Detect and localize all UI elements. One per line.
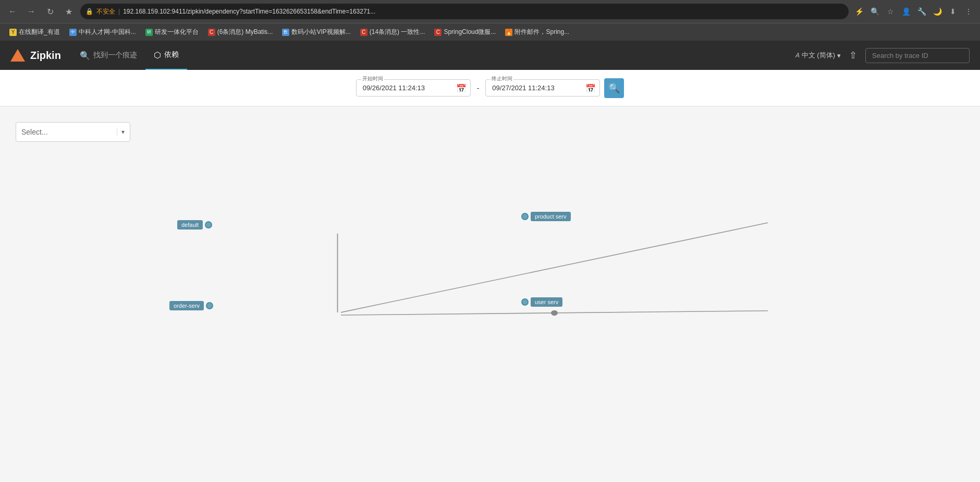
address-separator: | [118,8,120,15]
browser-actions: ⚡ 🔍 ☆ 👤 🔧 🌙 ⬇ ⋮ [853,5,975,18]
bookmark-shuma[interactable]: 数 数码小站VIP视频解... [278,26,354,39]
bookmark-label-consistency: (14条消息) 一致性... [370,28,425,37]
node-default: default [177,220,212,230]
start-calendar-icon[interactable]: 📅 [456,83,467,93]
search-button[interactable]: 🔍 [604,78,624,98]
bookmark-icon-yanfa: 研 [145,29,153,36]
nav-items: 🔍 找到一个痕迹 ⬡ 依赖 [71,41,795,70]
bookmark-label-shuma: 数码小站VIP视频解... [291,28,350,37]
node-product-serv: product serv [521,212,571,221]
profile-icon[interactable]: 👤 [900,5,912,18]
bookmarks-bar: Y 在线翻译_有道 中 中科人才网-中国科... 研 研发一体化平台 C (6条… [0,23,980,41]
bookmark-icon-springcloud: C [434,29,442,36]
security-icon: 🔒 [85,8,93,15]
graph-svg [16,158,964,418]
forward-button[interactable]: → [24,4,39,19]
app-header: Zipkin 🔍 找到一个痕迹 ⬡ 依赖 𝘈 中文 (简体) ▾ ⇧ [0,41,980,70]
address-text: 192.168.159.102:9411/zipkin/dependency?s… [123,8,843,15]
bookmark-label-spring-email: 附件邮件，Spring... [514,28,569,37]
download-icon[interactable]: ⬇ [947,5,959,18]
select-placeholder: Select... [21,128,113,136]
edge-midpoint-dot [551,310,558,316]
language-label: 中文 (简体) [802,51,835,60]
node-order-serv-label: order-serv [169,301,204,310]
bookmark-label-springcloud: SpringCloud微服... [444,28,496,37]
bookmark-label-youdao: 在线翻译_有道 [19,28,60,37]
translate-icon: 𝘈 [795,51,800,59]
node-order-serv-circle [206,302,213,309]
bookmark-label-yanfa: 研发一体化平台 [155,28,199,37]
bookmark-icon-spring-email: 🔥 [505,29,512,36]
search-icon[interactable]: 🔍 [868,5,881,18]
bookmark-mybatis[interactable]: C (6条消息) MyBatis... [204,26,277,39]
browser-toolbar: ← → ↻ ★ 🔒 不安全 | 192.168.159.102:9411/zip… [0,0,980,23]
star-icon[interactable]: ☆ [884,5,897,18]
end-calendar-icon[interactable]: 📅 [585,83,596,93]
nav-label-dependencies: 依赖 [164,50,179,59]
back-button[interactable]: ← [5,4,20,19]
node-order-serv: order-serv [169,301,213,310]
bookmark-consistency[interactable]: C (14条消息) 一致性... [356,26,430,39]
bookmark-yanfa[interactable]: 研 研发一体化平台 [141,26,203,39]
node-default-label: default [177,220,203,230]
logo-icon [10,49,25,62]
search-nav-icon: 🔍 [80,51,90,61]
language-selector[interactable]: 𝘈 中文 (简体) ▾ [795,51,841,60]
nav-item-dependencies[interactable]: ⬡ 依赖 [145,41,187,70]
lightning-icon[interactable]: ⚡ [853,5,865,18]
node-user-serv: user serv [521,297,562,307]
node-user-serv-circle [521,298,529,306]
end-time-label: 终止时间 [491,75,513,82]
bookmark-icon-zhongke: 中 [69,29,77,36]
dependency-graph: default order-serv product serv user ser… [16,158,964,418]
bookmark-icon-consistency: C [360,29,368,36]
bookmark-icon-shuma: 数 [282,29,289,36]
bookmark-label-mybatis: (6条消息) MyBatis... [217,28,273,37]
extension-icon[interactable]: 🔧 [915,5,928,18]
node-product-serv-circle [521,213,529,220]
bookmark-youdao[interactable]: Y 在线翻译_有道 [5,26,64,39]
bookmark-spring-email[interactable]: 🔥 附件邮件，Spring... [501,26,573,39]
lang-chevron-icon: ▾ [837,52,841,59]
start-time-label: 开始时间 [361,75,384,82]
reload-button[interactable]: ↻ [43,4,57,19]
end-time-group: 终止时间 📅 [485,79,600,97]
app-title: Zipkin [30,50,61,62]
select-chevron-icon: ▾ [117,128,125,136]
service-select[interactable]: Select... ▾ [16,122,130,142]
security-label: 不安全 [96,7,115,16]
upload-button[interactable]: ⇧ [849,50,857,61]
time-dash: - [475,84,482,92]
bookmark-label-zhongke: 中科人才网-中国科... [79,28,136,37]
bookmark-icon-youdao: Y [9,29,17,36]
node-user-serv-label: user serv [531,297,562,307]
bookmark-zhongke[interactable]: 中 中科人才网-中国科... [65,26,140,39]
nav-item-traces[interactable]: 🔍 找到一个痕迹 [71,41,145,70]
header-right: 𝘈 中文 (简体) ▾ ⇧ [795,48,970,63]
time-filter-bar: 开始时间 📅 - 终止时间 📅 🔍 [0,70,980,106]
moon-icon[interactable]: 🌙 [931,5,944,18]
search-trace-input[interactable] [865,48,970,63]
node-default-circle [205,221,212,228]
menu-icon[interactable]: ⋮ [962,5,975,18]
app-logo: Zipkin [10,49,61,62]
address-bar[interactable]: 🔒 不安全 | 192.168.159.102:9411/zipkin/depe… [80,4,849,19]
start-time-group: 开始时间 📅 [356,79,471,97]
search-btn-icon: 🔍 [608,82,620,94]
bookmark-springcloud[interactable]: C SpringCloud微服... [430,26,500,39]
main-content: Select... ▾ default order-serv [0,106,980,434]
dependency-nav-icon: ⬡ [154,50,161,60]
bookmark-icon-mybatis: C [208,29,215,36]
home-button[interactable]: ★ [62,4,76,19]
browser-chrome: ← → ↻ ★ 🔒 不安全 | 192.168.159.102:9411/zip… [0,0,980,41]
nav-label-traces: 找到一个痕迹 [93,51,137,60]
node-product-serv-label: product serv [531,212,571,221]
